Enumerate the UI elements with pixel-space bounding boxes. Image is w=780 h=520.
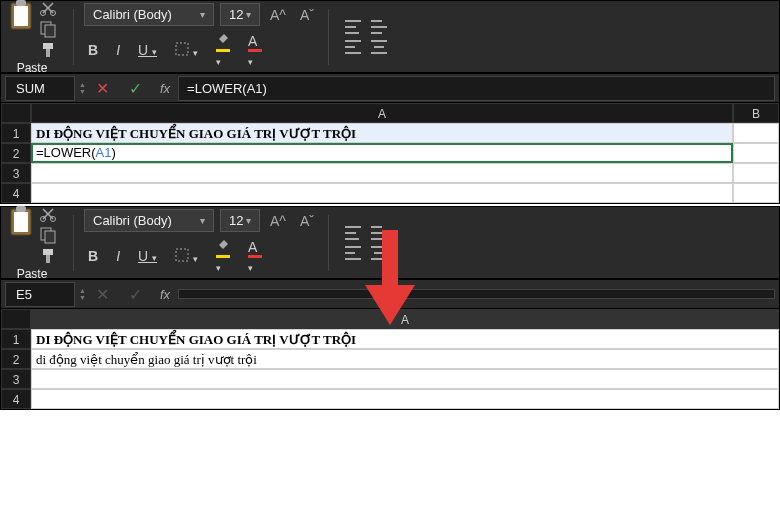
font-size-select[interactable]: 12▾ xyxy=(220,3,260,26)
paste-button[interactable] xyxy=(7,0,35,35)
border-icon xyxy=(175,248,189,262)
col-header-A[interactable]: A xyxy=(31,309,779,329)
paste-group: Paste xyxy=(7,0,57,75)
decrease-font-icon[interactable]: Aˇ xyxy=(296,7,318,23)
font-color-button[interactable]: A ▾ xyxy=(244,237,266,276)
cut-icon[interactable] xyxy=(39,205,57,223)
cancel-button[interactable]: ✕ xyxy=(86,79,119,98)
clipboard-icon xyxy=(7,0,35,31)
copy-icon[interactable] xyxy=(39,20,57,38)
fx-label[interactable]: fx xyxy=(152,81,178,96)
font-name-select[interactable]: Calibri (Body)▾ xyxy=(84,3,214,26)
italic-button[interactable]: I xyxy=(112,40,124,60)
fill-color-button[interactable]: ▾ xyxy=(212,236,234,276)
cell-A4[interactable] xyxy=(31,389,779,409)
grid-top: A B 1 DI ĐỘNG VIỆT CHUYỂN GIAO GIÁ TRỊ V… xyxy=(1,103,779,203)
ribbon-divider xyxy=(328,9,329,65)
formula-input[interactable]: =LOWER(A1) xyxy=(178,76,775,101)
svg-rect-12 xyxy=(14,212,28,232)
svg-rect-9 xyxy=(176,43,188,55)
fx-label[interactable]: fx xyxy=(152,287,178,302)
fill-color-button[interactable]: ▾ xyxy=(212,30,234,70)
paste-group: Paste xyxy=(7,205,57,281)
row-header-3[interactable]: 3 xyxy=(1,163,31,183)
cell-A3[interactable] xyxy=(31,163,733,183)
cell-B1[interactable] xyxy=(733,123,779,143)
paste-button[interactable] xyxy=(7,205,35,241)
screenshot-container: Paste Calibri (Body)▾ 12▾ A^ Aˇ B I U ▾ … xyxy=(0,0,780,520)
format-painter-icon[interactable] xyxy=(39,41,57,59)
align-middle-icon[interactable] xyxy=(371,226,387,240)
bold-button[interactable]: B xyxy=(84,246,102,266)
italic-button[interactable]: I xyxy=(112,246,124,266)
row-header-2[interactable]: 2 xyxy=(1,349,31,369)
border-icon xyxy=(175,42,189,56)
clipboard-icon xyxy=(7,205,35,237)
align-group xyxy=(345,20,387,54)
row-header-4[interactable]: 4 xyxy=(1,183,31,203)
font-color-button[interactable]: A ▾ xyxy=(244,31,266,70)
increase-font-icon[interactable]: A^ xyxy=(266,213,290,229)
border-button[interactable]: ▾ xyxy=(171,40,202,61)
bucket-icon xyxy=(216,32,230,46)
ribbon-divider xyxy=(73,215,74,271)
align-center-icon[interactable] xyxy=(371,246,387,260)
select-all-corner[interactable] xyxy=(1,103,31,123)
bold-button[interactable]: B xyxy=(84,40,102,60)
ribbon-bottom: Paste Calibri (Body)▾ 12▾ A^ Aˇ B I U ▾ … xyxy=(1,207,779,279)
decrease-font-icon[interactable]: Aˇ xyxy=(296,213,318,229)
paste-label: Paste xyxy=(17,267,48,281)
cell-A1[interactable]: DI ĐỘNG VIỆT CHUYỂN GIAO GIÁ TRỊ VƯỢT TR… xyxy=(31,123,733,143)
ribbon-divider xyxy=(328,215,329,271)
cancel-button: ✕ xyxy=(86,285,119,304)
name-box[interactable]: E5 xyxy=(5,282,75,307)
underline-button[interactable]: U ▾ xyxy=(134,246,161,266)
border-button[interactable]: ▾ xyxy=(171,246,202,267)
cell-B3[interactable] xyxy=(733,163,779,183)
cell-A4[interactable] xyxy=(31,183,733,203)
name-box-spinner[interactable]: ▲▼ xyxy=(79,81,86,95)
underline-button[interactable]: U ▾ xyxy=(134,40,161,60)
chevron-down-icon: ▾ xyxy=(246,9,251,20)
svg-rect-13 xyxy=(16,206,26,212)
col-header-B[interactable]: B xyxy=(733,103,779,123)
align-top-icon[interactable] xyxy=(345,226,361,240)
row-header-3[interactable]: 3 xyxy=(1,369,31,389)
font-name-select[interactable]: Calibri (Body)▾ xyxy=(84,209,214,232)
row-header-2[interactable]: 2 xyxy=(1,143,31,163)
grid-bottom: A 1 DI ĐỘNG VIỆT CHUYỂN GIAO GIÁ TRỊ VƯỢ… xyxy=(1,309,779,409)
svg-rect-6 xyxy=(45,25,55,37)
align-center-icon[interactable] xyxy=(371,40,387,54)
col-header-A[interactable]: A xyxy=(31,103,733,123)
cell-B4[interactable] xyxy=(733,183,779,203)
cut-icon[interactable] xyxy=(39,0,57,17)
font-group: Calibri (Body)▾ 12▾ A^ Aˇ B I U ▾ ▾ ▾ A … xyxy=(84,3,318,70)
cell-A3[interactable] xyxy=(31,369,779,389)
increase-font-icon[interactable]: A^ xyxy=(266,7,290,23)
align-top-icon[interactable] xyxy=(345,20,361,34)
row-header-1[interactable]: 1 xyxy=(1,329,31,349)
cell-A2[interactable]: =LOWER(A1) xyxy=(31,143,733,163)
align-left-icon[interactable] xyxy=(345,40,361,54)
copy-icon[interactable] xyxy=(39,226,57,244)
formula-input[interactable] xyxy=(178,289,775,299)
name-box-spinner[interactable]: ▲▼ xyxy=(79,287,86,301)
format-painter-icon[interactable] xyxy=(39,247,57,265)
name-box[interactable]: SUM xyxy=(5,76,75,101)
font-size-select[interactable]: 12▾ xyxy=(220,209,260,232)
row-header-4[interactable]: 4 xyxy=(1,389,31,409)
cell-B2[interactable] xyxy=(733,143,779,163)
chevron-down-icon: ▾ xyxy=(200,9,205,20)
align-left-icon[interactable] xyxy=(345,246,361,260)
formula-bar-top: SUM ▲▼ ✕ ✓ fx =LOWER(A1) xyxy=(1,73,779,103)
chevron-down-icon: ▾ xyxy=(200,215,205,226)
cell-A2[interactable]: di động việt chuyển giao giá trị vượt tr… xyxy=(31,349,779,369)
row-header-1[interactable]: 1 xyxy=(1,123,31,143)
select-all-corner[interactable] xyxy=(1,309,31,329)
svg-rect-17 xyxy=(45,231,55,243)
cell-A1[interactable]: DI ĐỘNG VIỆT CHUYỂN GIAO GIÁ TRỊ VƯỢT TR… xyxy=(31,329,779,349)
align-middle-icon[interactable] xyxy=(371,20,387,34)
svg-rect-7 xyxy=(43,43,53,49)
accept-button[interactable]: ✓ xyxy=(119,79,152,98)
excel-window-bottom: Paste Calibri (Body)▾ 12▾ A^ Aˇ B I U ▾ … xyxy=(0,206,780,410)
